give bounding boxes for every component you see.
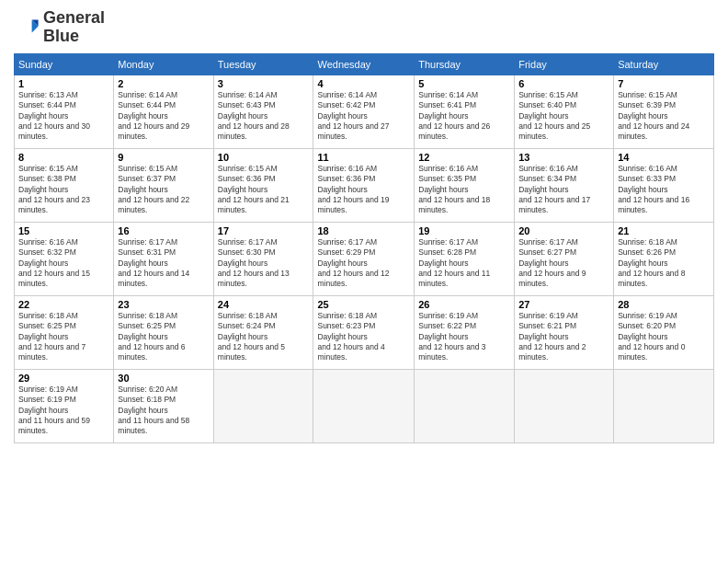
day-number: 6 — [518, 78, 609, 89]
table-row — [415, 369, 515, 442]
table-row — [515, 369, 614, 442]
sunrise-label: Sunrise: 6:16 AM — [418, 164, 478, 173]
daylight-duration: and 12 hours and 4 minutes. — [317, 342, 384, 362]
daylight-duration: and 12 hours and 13 minutes. — [218, 269, 290, 288]
sunset-label: Sunset: 6:22 PM — [418, 321, 476, 330]
sunrise-label: Sunrise: 6:16 AM — [317, 164, 377, 173]
sunrise-label: Sunrise: 6:15 AM — [618, 90, 677, 99]
day-info: Sunrise: 6:16 AM Sunset: 6:33 PM Dayligh… — [618, 164, 710, 216]
daylight-label: Daylight hours — [118, 332, 167, 341]
sunrise-label: Sunrise: 6:18 AM — [317, 311, 377, 320]
sunrise-label: Sunrise: 6:18 AM — [218, 311, 278, 320]
day-info: Sunrise: 6:19 AM Sunset: 6:22 PM Dayligh… — [418, 311, 510, 363]
table-row: 3 Sunrise: 6:14 AM Sunset: 6:43 PM Dayli… — [213, 75, 313, 148]
day-number: 18 — [317, 225, 410, 236]
sunset-label: Sunset: 6:41 PM — [418, 100, 476, 109]
sunset-label: Sunset: 6:43 PM — [218, 100, 276, 109]
sunset-label: Sunset: 6:26 PM — [618, 247, 676, 257]
logo-icon — [14, 15, 40, 40]
sunset-label: Sunset: 6:20 PM — [618, 321, 676, 330]
day-number: 16 — [118, 225, 209, 236]
day-number: 29 — [18, 373, 109, 384]
sunset-label: Sunset: 6:38 PM — [18, 174, 76, 183]
table-row: 25 Sunrise: 6:18 AM Sunset: 6:23 PM Dayl… — [313, 295, 415, 369]
day-number: 10 — [218, 152, 310, 163]
sunrise-label: Sunrise: 6:13 AM — [18, 90, 78, 99]
daylight-label: Daylight hours — [317, 332, 367, 341]
daylight-label: Daylight hours — [118, 259, 167, 268]
sunset-label: Sunset: 6:42 PM — [317, 100, 375, 109]
daylight-duration: and 12 hours and 2 minutes. — [518, 342, 586, 362]
day-number: 26 — [418, 299, 510, 310]
daylight-duration: and 12 hours and 7 minutes. — [18, 342, 85, 362]
page: General Blue Sunday Monday Tuesday Wedne… — [0, 0, 728, 563]
sunset-label: Sunset: 6:21 PM — [518, 321, 576, 330]
daylight-duration: and 12 hours and 5 minutes. — [218, 342, 285, 362]
sunrise-label: Sunrise: 6:15 AM — [18, 164, 78, 173]
sunset-label: Sunset: 6:34 PM — [518, 174, 576, 183]
day-number: 3 — [218, 78, 310, 89]
day-number: 13 — [518, 152, 609, 163]
day-info: Sunrise: 6:15 AM Sunset: 6:37 PM Dayligh… — [118, 164, 209, 216]
day-number: 30 — [118, 373, 209, 384]
calendar-header-row: Sunday Monday Tuesday Wednesday Thursday… — [15, 53, 714, 75]
col-monday: Monday — [114, 53, 213, 75]
sunset-label: Sunset: 6:25 PM — [18, 321, 76, 330]
daylight-label: Daylight hours — [618, 111, 667, 121]
sunset-label: Sunset: 6:23 PM — [317, 321, 375, 330]
table-row: 28 Sunrise: 6:19 AM Sunset: 6:20 PM Dayl… — [614, 295, 714, 369]
day-info: Sunrise: 6:17 AM Sunset: 6:29 PM Dayligh… — [317, 237, 410, 290]
daylight-label: Daylight hours — [317, 111, 367, 121]
sunset-label: Sunset: 6:18 PM — [118, 395, 176, 404]
sunrise-label: Sunrise: 6:16 AM — [618, 164, 677, 173]
daylight-label: Daylight hours — [118, 185, 167, 194]
day-number: 5 — [418, 78, 510, 89]
day-info: Sunrise: 6:18 AM Sunset: 6:26 PM Dayligh… — [618, 237, 710, 290]
col-sunday: Sunday — [15, 53, 114, 75]
day-info: Sunrise: 6:14 AM Sunset: 6:41 PM Dayligh… — [418, 90, 510, 143]
table-row — [313, 369, 415, 442]
daylight-label: Daylight hours — [418, 185, 468, 194]
daylight-label: Daylight hours — [218, 332, 267, 341]
daylight-duration: and 12 hours and 14 minutes. — [118, 269, 189, 288]
sunset-label: Sunset: 6:36 PM — [218, 174, 276, 183]
daylight-duration: and 12 hours and 9 minutes. — [518, 269, 586, 288]
daylight-duration: and 12 hours and 27 minutes. — [317, 121, 389, 141]
day-number: 23 — [118, 299, 209, 310]
day-number: 19 — [418, 225, 510, 236]
day-info: Sunrise: 6:15 AM Sunset: 6:38 PM Dayligh… — [18, 164, 109, 216]
sunrise-label: Sunrise: 6:14 AM — [418, 90, 478, 99]
daylight-label: Daylight hours — [18, 332, 68, 341]
table-row: 23 Sunrise: 6:18 AM Sunset: 6:25 PM Dayl… — [114, 295, 213, 369]
sunrise-label: Sunrise: 6:15 AM — [518, 90, 578, 99]
logo: General Blue — [14, 9, 105, 46]
calendar-table: Sunday Monday Tuesday Wednesday Thursday… — [14, 53, 714, 443]
daylight-label: Daylight hours — [18, 185, 68, 194]
table-row: 14 Sunrise: 6:16 AM Sunset: 6:33 PM Dayl… — [614, 148, 714, 222]
daylight-duration: and 12 hours and 3 minutes. — [418, 342, 485, 362]
day-info: Sunrise: 6:16 AM Sunset: 6:36 PM Dayligh… — [317, 164, 410, 216]
daylight-label: Daylight hours — [518, 185, 568, 194]
table-row — [614, 369, 714, 442]
sunset-label: Sunset: 6:19 PM — [18, 395, 76, 404]
daylight-label: Daylight hours — [418, 111, 468, 121]
day-info: Sunrise: 6:19 AM Sunset: 6:20 PM Dayligh… — [618, 311, 710, 363]
daylight-duration: and 12 hours and 17 minutes. — [518, 195, 590, 214]
daylight-label: Daylight hours — [418, 332, 468, 341]
table-row: 10 Sunrise: 6:15 AM Sunset: 6:36 PM Dayl… — [213, 148, 313, 222]
day-info: Sunrise: 6:17 AM Sunset: 6:30 PM Dayligh… — [218, 237, 310, 290]
sunrise-label: Sunrise: 6:15 AM — [218, 164, 278, 173]
sunset-label: Sunset: 6:40 PM — [518, 100, 576, 109]
day-info: Sunrise: 6:19 AM Sunset: 6:19 PM Dayligh… — [18, 385, 109, 437]
sunrise-label: Sunrise: 6:16 AM — [518, 164, 578, 173]
daylight-duration: and 12 hours and 22 minutes. — [118, 195, 189, 214]
daylight-duration: and 12 hours and 29 minutes. — [118, 121, 189, 141]
table-row: 30 Sunrise: 6:20 AM Sunset: 6:18 PM Dayl… — [114, 369, 213, 442]
daylight-duration: and 12 hours and 12 minutes. — [317, 269, 389, 288]
day-info: Sunrise: 6:15 AM Sunset: 6:36 PM Dayligh… — [218, 164, 310, 216]
daylight-duration: and 12 hours and 19 minutes. — [317, 195, 389, 214]
daylight-duration: and 11 hours and 58 minutes. — [118, 416, 189, 435]
table-row: 26 Sunrise: 6:19 AM Sunset: 6:22 PM Dayl… — [415, 295, 515, 369]
sunset-label: Sunset: 6:25 PM — [118, 321, 176, 330]
sunset-label: Sunset: 6:33 PM — [618, 174, 676, 183]
